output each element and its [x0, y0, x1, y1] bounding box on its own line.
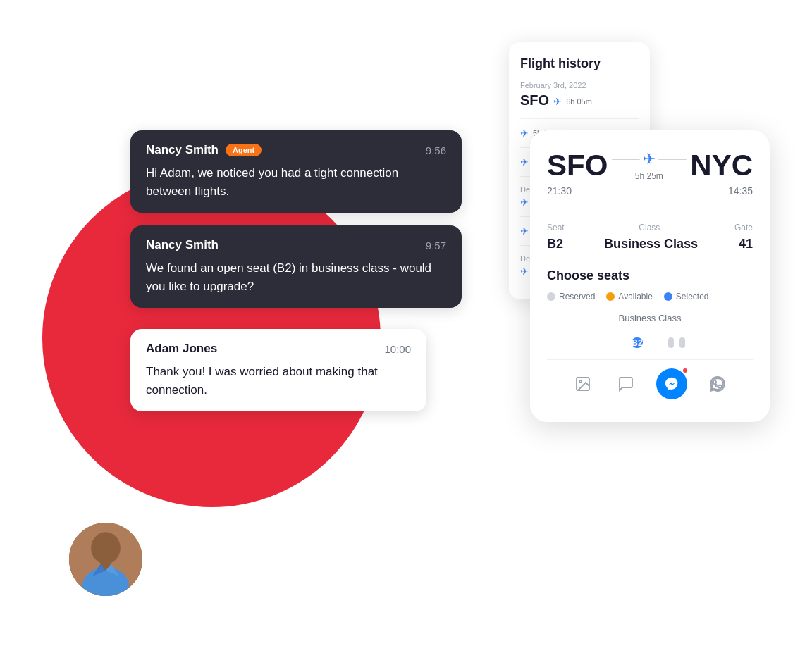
plane-icon-5: ✈: [520, 225, 529, 237]
image-icon-button[interactable]: [570, 371, 596, 397]
flight-line-bar-right: [658, 159, 687, 160]
fh-date-1: February 3rd, 2022: [520, 81, 639, 89]
seat-block-left-2: B2: [626, 337, 642, 348]
flight-detail-panel: SFO ✈ 5h 25m NYC 21:30 14:35 Seat Class …: [530, 130, 770, 422]
agent-name-2: Nancy Smith: [146, 238, 219, 252]
agent-badge-1: Agent: [226, 144, 262, 156]
selected-dot: [664, 292, 672, 301]
user-text: Thank you! I was worried about making th…: [146, 363, 411, 399]
plane-icon-main: ✈: [643, 150, 656, 168]
whatsapp-icon-button[interactable]: [705, 371, 730, 397]
dest-time: 14:35: [728, 185, 753, 197]
fh-row-1: SFO ✈ 6h 05m: [520, 92, 639, 119]
seat-block-right-2: [668, 337, 674, 348]
seat-label: Seat: [547, 223, 565, 232]
reserved-label: Reserved: [559, 292, 595, 302]
class-label: Class: [639, 223, 660, 232]
user-time: 10:00: [384, 343, 411, 355]
selected-label: Selected: [676, 292, 709, 302]
msg2-text: We found an open seat (B2) in business c…: [146, 259, 446, 295]
image-icon: [574, 375, 591, 392]
fh-duration-1: 6h 05m: [566, 97, 592, 106]
flight-duration-text: 5h 25m: [635, 171, 663, 181]
class-value: Business Class: [604, 237, 698, 251]
available-dot: [606, 292, 615, 301]
bubble-header-left-2: Nancy Smith: [146, 238, 219, 252]
dest-code: NYC: [690, 151, 753, 180]
avatar: [67, 521, 144, 598]
plane-icon-6: ✈: [520, 266, 529, 277]
msg1-time: 9:56: [426, 144, 446, 156]
notification-badge: [682, 367, 689, 374]
chat-bubble-agent-1: Nancy Smith Agent 9:56 Hi Adam, we notic…: [130, 130, 462, 213]
origin-time: 21:30: [547, 185, 572, 197]
gate-value: 41: [739, 237, 753, 251]
flight-line-bar-left: [612, 159, 640, 160]
flight-line: ✈: [612, 150, 687, 168]
chat-bubble-user: Adam Jones 10:00 Thank you! I was worrie…: [130, 329, 426, 411]
messenger-icon: [664, 376, 679, 392]
whatsapp-icon: [709, 375, 726, 392]
plane-icon-3: ✈: [520, 156, 529, 168]
bottom-toolbar: [547, 359, 753, 408]
divider-1: [547, 211, 753, 211]
user-name: Adam Jones: [146, 342, 217, 356]
svg-point-1: [91, 532, 121, 564]
seat-C2[interactable]: [668, 337, 674, 348]
detail-labels: Seat Class Gate: [547, 223, 753, 232]
messenger-button[interactable]: [656, 368, 687, 399]
business-class-label: Business Class: [547, 313, 753, 323]
msg2-time: 9:57: [426, 240, 446, 251]
bubble-header-user: Adam Jones 10:00: [146, 342, 411, 356]
reserved-dot: [547, 292, 555, 301]
seat-B2[interactable]: B2: [632, 337, 642, 348]
gate-label: Gate: [734, 223, 753, 232]
chat-icon-button[interactable]: [613, 371, 639, 397]
msg1-text: Hi Adam, we noticed you had a tight conn…: [146, 164, 446, 200]
flight-route-row: SFO ✈ 5h 25m NYC: [547, 150, 753, 181]
flight-history-title: Flight history: [520, 56, 639, 71]
seat-legend: Reserved Available Selected: [547, 292, 753, 302]
seats-row-2: B2: [547, 337, 753, 348]
bubble-header-1: Nancy Smith Agent 9:56: [146, 143, 446, 157]
bubble-header-2: Nancy Smith 9:57: [146, 238, 446, 252]
time-row: 21:30 14:35: [547, 185, 753, 197]
seat-D2[interactable]: [679, 337, 685, 348]
plane-icon-4: ✈: [520, 197, 529, 208]
choose-seats-title: Choose seats: [547, 268, 753, 283]
legend-selected: Selected: [664, 292, 709, 302]
seat-value: B2: [547, 237, 563, 251]
fh-route-1: SFO: [520, 92, 549, 108]
legend-reserved: Reserved: [547, 292, 595, 302]
svg-point-7: [579, 380, 582, 383]
available-label: Available: [618, 292, 652, 302]
plane-icon-1: ✈: [553, 96, 562, 107]
origin-code: SFO: [547, 151, 608, 180]
agent-name-1: Nancy Smith: [146, 143, 219, 157]
legend-available: Available: [606, 292, 652, 302]
bubble-header-left-1: Nancy Smith Agent: [146, 143, 262, 157]
flight-duration-center: ✈ 5h 25m: [612, 150, 687, 181]
plane-icon-2: ✈: [520, 128, 529, 139]
chat-panel: Nancy Smith Agent 9:56 Hi Adam, we notic…: [130, 130, 462, 424]
bubble-header-left-user: Adam Jones: [146, 342, 217, 356]
chat-bubble-agent-2: Nancy Smith 9:57 We found an open seat (…: [130, 225, 462, 308]
detail-values: B2 Business Class 41: [547, 237, 753, 251]
chat-icon: [617, 375, 634, 392]
